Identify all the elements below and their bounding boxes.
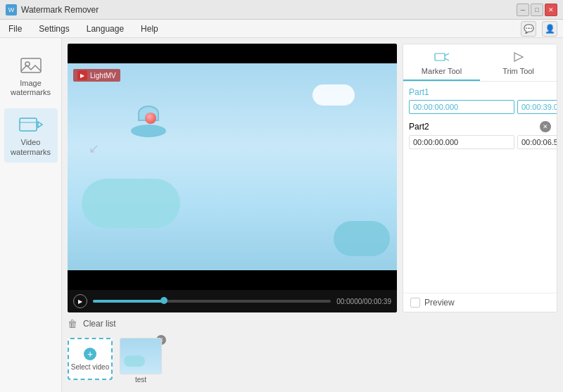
- clear-list-label: Clear list: [83, 319, 116, 329]
- add-video-button[interactable]: + Select video: [68, 338, 113, 380]
- add-plus-icon: +: [84, 348, 96, 360]
- trim-tool-label: Trim Tool: [502, 67, 534, 75]
- menu-help[interactable]: Help: [138, 23, 161, 35]
- marker-tool-label: Marker Tool: [422, 67, 462, 75]
- progress-bar[interactable]: [93, 300, 331, 303]
- right-panel: Marker Tool Trim Tool: [403, 44, 557, 312]
- app-icon: W: [6, 4, 17, 15]
- ufo-ball: [145, 113, 156, 124]
- trash-icon: 🗑: [68, 318, 79, 329]
- video-watermarks-icon: [18, 114, 44, 135]
- minimize-button[interactable]: ─: [517, 4, 529, 16]
- title-bar-left: W Watermark Remover: [6, 4, 99, 15]
- sidebar: Image watermarks Video watermarks: [0, 38, 62, 392]
- video-panel: ▶ LightMV: [68, 44, 557, 312]
- thumb-cloud: [124, 355, 145, 367]
- play-button[interactable]: ▶: [73, 294, 87, 308]
- sidebar-item-image-watermarks[interactable]: Image watermarks: [4, 49, 58, 103]
- part2-title: Part2 ✕: [409, 121, 551, 132]
- svg-marker-8: [514, 53, 523, 61]
- bottom-area: 🗑 Clear list + Select video ✕ test: [68, 317, 557, 386]
- menu-settings[interactable]: Settings: [36, 23, 72, 35]
- cloud3: [334, 221, 390, 256]
- part2-end-input[interactable]: [517, 135, 557, 149]
- ufo: [124, 106, 173, 137]
- video-frame: ▶ LightMV: [68, 44, 397, 290]
- progress-handle: [160, 297, 167, 304]
- user-icon-button[interactable]: 👤: [542, 21, 557, 37]
- sidebar-item-video-watermarks[interactable]: Video watermarks: [4, 108, 58, 162]
- trim-tool-icon: [510, 50, 527, 64]
- menu-language[interactable]: Language: [84, 23, 127, 35]
- content-area: ▶ LightMV: [62, 38, 563, 392]
- part1-start-input[interactable]: [409, 100, 514, 114]
- part2-start-input[interactable]: [409, 135, 514, 149]
- progress-filled: [93, 300, 164, 303]
- marker-tool-icon: [434, 50, 450, 64]
- ufo-body: [131, 125, 166, 137]
- preview-label: Preview: [424, 298, 455, 308]
- svg-rect-5: [435, 53, 445, 61]
- title-bar-title: Watermark Remover: [21, 5, 99, 15]
- preview-checkbox[interactable]: [410, 298, 420, 308]
- svg-line-6: [445, 53, 449, 56]
- part2-row: Part2 ✕: [409, 121, 551, 149]
- preview-row: Preview: [403, 293, 557, 312]
- video-container: ▶ LightMV: [68, 44, 397, 312]
- watermark-badge: ▶ LightMV: [73, 69, 120, 82]
- chat-icon-button[interactable]: 💬: [521, 21, 536, 37]
- menu-bar-right: 💬 👤: [521, 21, 557, 37]
- menu-file[interactable]: File: [6, 23, 25, 35]
- time-display: 00:0000/00:00:39: [336, 298, 391, 305]
- cloud2: [82, 179, 180, 228]
- main-layout: Image watermarks Video watermarks: [0, 38, 563, 392]
- file-thumbnail: [120, 338, 162, 374]
- file-name-label: test: [135, 376, 146, 384]
- svg-marker-3: [38, 122, 42, 127]
- svg-line-7: [445, 58, 449, 61]
- maximize-button[interactable]: □: [531, 4, 543, 16]
- part2-times: [409, 135, 551, 149]
- lightmv-logo: ▶: [77, 70, 87, 80]
- part2-delete-button[interactable]: ✕: [540, 121, 551, 132]
- video-watermarks-label: Video watermarks: [7, 138, 55, 156]
- marker-tool-tab[interactable]: Marker Tool: [403, 44, 480, 81]
- menu-bar: File Settings Language Help 💬 👤: [0, 20, 563, 38]
- close-button[interactable]: ✕: [545, 4, 557, 16]
- file-list: + Select video ✕ test: [68, 335, 557, 386]
- video-scene: ▶ LightMV: [68, 63, 397, 270]
- part1-end-input[interactable]: [517, 100, 557, 114]
- arrow-left-icon: ↙: [89, 141, 110, 155]
- title-bar-controls: ─ □ ✕: [517, 4, 557, 16]
- file-thumb-test: ✕ test: [118, 338, 163, 384]
- part2-label: Part2: [409, 122, 429, 132]
- trim-tool-tab[interactable]: Trim Tool: [480, 44, 557, 81]
- image-watermarks-icon: [18, 55, 44, 76]
- title-bar: W Watermark Remover ─ □ ✕: [0, 0, 563, 20]
- tools-header: Marker Tool Trim Tool: [403, 44, 557, 82]
- part1-title: Part1: [409, 87, 551, 97]
- cloud1: [312, 84, 355, 106]
- add-video-label: Select video: [71, 363, 109, 371]
- clear-list-bar: 🗑 Clear list: [68, 317, 557, 331]
- part1-label: Part1: [409, 87, 429, 97]
- part1-times: [409, 100, 551, 114]
- image-watermarks-label: Image watermarks: [7, 79, 55, 97]
- part1-row: Part1: [409, 87, 551, 114]
- parts-panel: Part1 Part2 ✕: [403, 82, 557, 293]
- watermark-text: LightMV: [90, 72, 116, 80]
- video-controls: ▶ 00:0000/00:00:39: [68, 290, 397, 312]
- svg-rect-2: [20, 118, 37, 131]
